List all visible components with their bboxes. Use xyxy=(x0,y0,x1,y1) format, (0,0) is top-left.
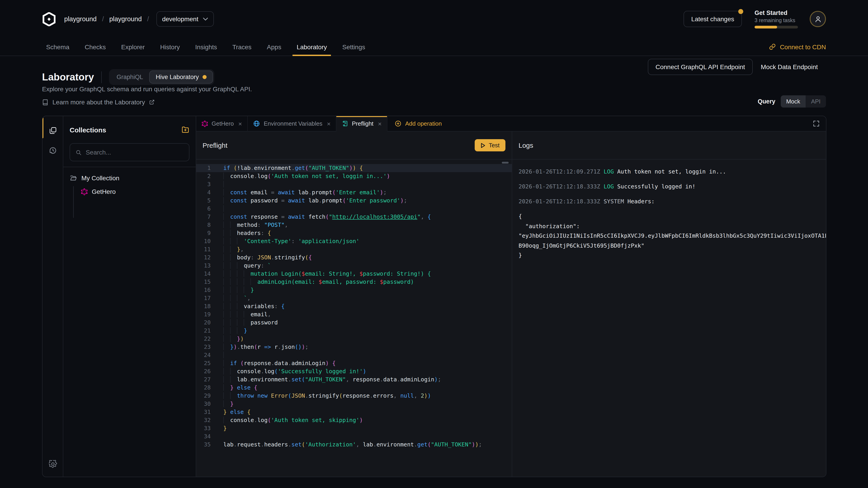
code-line[interactable]: 29 throw new Error(JSON.stringify(respon… xyxy=(196,392,512,400)
line-number: 2 xyxy=(196,172,216,180)
code-text: } else { xyxy=(216,408,250,416)
rail-active-indicator xyxy=(42,118,43,138)
code-line[interactable]: 34 xyxy=(196,432,512,441)
code-text xyxy=(216,351,230,359)
code-editor[interactable]: 1if (!lab.environment.get("AUTH_TOKEN"))… xyxy=(196,160,512,477)
collections-search[interactable] xyxy=(70,143,189,161)
operation-gethero[interactable]: GetHero xyxy=(81,186,189,197)
mock-endpoint-button[interactable]: Mock Data Endpoint xyxy=(753,59,826,74)
code-line[interactable]: 31} else { xyxy=(196,408,512,416)
log-entry: 2026-01-26T12:12:18.333Z SYSTEM Headers: xyxy=(519,197,819,206)
code-line[interactable]: 27 lab.environment.set("AUTH_TOKEN", res… xyxy=(196,376,512,384)
code-text: const password = await lab.prompt('Enter… xyxy=(216,197,407,205)
add-collection-icon[interactable] xyxy=(181,126,189,134)
tab-gethero[interactable]: GetHero × xyxy=(196,116,248,131)
code-lines: 1if (!lab.environment.get("AUTH_TOKEN"))… xyxy=(196,164,512,449)
line-number: 9 xyxy=(196,229,216,237)
code-line[interactable]: 35lab.request.headers.set('Authorization… xyxy=(196,441,512,449)
test-button[interactable]: Test xyxy=(475,139,505,151)
add-operation-button[interactable]: Add operation xyxy=(388,116,449,131)
code-line[interactable]: 7 const response = await fetch("http://l… xyxy=(196,213,512,221)
query-mock-option[interactable]: Mock xyxy=(781,95,806,107)
code-line[interactable]: 25 if (response.data.adminLogin) { xyxy=(196,359,512,367)
preflight-header: Preflight Test xyxy=(196,131,512,160)
close-icon[interactable]: × xyxy=(238,120,242,127)
log-json-line: { xyxy=(519,212,819,221)
code-line[interactable]: 1if (!lab.environment.get("AUTH_TOKEN"))… xyxy=(196,164,512,172)
code-line[interactable]: 24 xyxy=(196,351,512,359)
close-icon[interactable]: × xyxy=(378,120,381,127)
code-line[interactable]: 13 query: ` xyxy=(196,262,512,270)
query-label: Query xyxy=(758,98,775,105)
learn-more-link[interactable]: Learn more about the Laboratory xyxy=(42,98,154,106)
code-text: throw new Error(JSON.stringify(response.… xyxy=(216,392,431,400)
code-line[interactable]: 2 console.log('Auth token not set, loggi… xyxy=(196,172,512,180)
connect-endpoint-button[interactable]: Connect GraphQL API Endpoint xyxy=(648,59,753,75)
collections-tree: My Collection GetHero xyxy=(63,167,196,225)
code-line[interactable]: 15 adminLogin(email: $email, password: $… xyxy=(196,278,512,286)
code-line[interactable]: 11 }, xyxy=(196,246,512,254)
code-line[interactable]: 14 mutation Login($email: String!, $pass… xyxy=(196,270,512,278)
code-text: password xyxy=(216,319,278,327)
line-number: 34 xyxy=(196,432,216,441)
log-json-line: "authorization": xyxy=(519,221,819,231)
tab-environment-variables[interactable]: Environment Variables × xyxy=(248,116,337,131)
close-icon[interactable]: × xyxy=(327,120,331,127)
code-line[interactable]: 17 `, xyxy=(196,294,512,302)
line-number: 26 xyxy=(196,367,216,376)
code-line[interactable]: 10 'Content-Type': 'application/json' xyxy=(196,237,512,246)
code-line[interactable]: 33} xyxy=(196,424,512,432)
code-line[interactable]: 5 const password = await lab.prompt('Ent… xyxy=(196,197,512,205)
log-json-line: } xyxy=(519,250,819,260)
log-json-line: "eyJhbGciOiJIUzI1NiIsInR5cCI6IkpXVCJ9.ey… xyxy=(519,231,819,240)
toggle-hive-laboratory[interactable]: Hive Laboratory xyxy=(149,70,213,84)
code-text: }) xyxy=(216,335,244,343)
line-number: 6 xyxy=(196,205,216,213)
code-text: } xyxy=(216,286,254,294)
history-icon xyxy=(49,147,57,155)
collection-folder[interactable]: My Collection xyxy=(70,174,189,182)
fullscreen-icon[interactable] xyxy=(813,120,819,127)
collections-header: Collections xyxy=(63,116,196,143)
code-line[interactable]: 32 console.log('Auth token set, skipping… xyxy=(196,416,512,424)
tab-preflight[interactable]: Preflight × xyxy=(337,116,388,131)
line-number: 5 xyxy=(196,197,216,205)
code-line[interactable]: 18 variables: { xyxy=(196,302,512,311)
rail-history-button[interactable] xyxy=(42,140,63,160)
code-line[interactable]: 19 email, xyxy=(196,311,512,319)
code-line[interactable]: 26 console.log('Successfully logged in!'… xyxy=(196,367,512,376)
collections-icon xyxy=(49,127,57,135)
code-line[interactable]: 21 } xyxy=(196,327,512,335)
line-number: 33 xyxy=(196,424,216,432)
code-line[interactable]: 3 xyxy=(196,180,512,188)
code-line[interactable]: 6 xyxy=(196,205,512,213)
globe-icon xyxy=(253,120,260,127)
code-line[interactable]: 4 const email = await lab.prompt('Enter … xyxy=(196,188,512,197)
line-number: 15 xyxy=(196,278,216,286)
code-line[interactable]: 28 } else { xyxy=(196,384,512,392)
code-line[interactable]: 16 } xyxy=(196,286,512,294)
line-number: 22 xyxy=(196,335,216,343)
code-line[interactable]: 22 }) xyxy=(196,335,512,343)
line-number: 3 xyxy=(196,180,216,188)
toggle-graphiql[interactable]: GraphiQL xyxy=(110,70,149,84)
logs-panel: Logs 2026-01-26T12:12:09.271Z LOG Auth t… xyxy=(512,131,826,477)
scrollbar-handle[interactable] xyxy=(502,162,508,164)
code-line[interactable]: 20 password xyxy=(196,319,512,327)
code-text: } else { xyxy=(216,384,257,392)
page-subtitle: Explore your GraphQL schema and run quer… xyxy=(42,86,252,93)
code-line[interactable]: 30 } xyxy=(196,400,512,408)
code-line[interactable]: 12 body: JSON.stringify({ xyxy=(196,254,512,262)
logs-title: Logs xyxy=(519,141,533,149)
tab-strip-filler xyxy=(449,116,826,131)
rail-collections-button[interactable] xyxy=(42,121,63,140)
operation-label: GetHero xyxy=(92,188,116,195)
query-api-option[interactable]: API xyxy=(806,95,826,107)
line-number: 16 xyxy=(196,286,216,294)
collections-search-input[interactable] xyxy=(86,149,184,156)
code-text: `, xyxy=(216,294,251,302)
code-line[interactable]: 23 }).then(r => r.json()); xyxy=(196,343,512,351)
rail-settings-button[interactable] xyxy=(42,454,63,474)
code-line[interactable]: 8 method: "POST", xyxy=(196,221,512,229)
code-line[interactable]: 9 headers: { xyxy=(196,229,512,237)
